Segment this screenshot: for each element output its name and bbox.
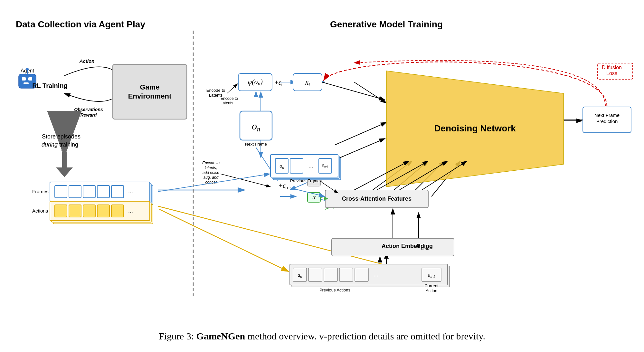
svg-text:Reward: Reward [80, 112, 97, 118]
svg-rect-93 [308, 193, 320, 202]
svg-rect-127 [339, 268, 353, 281]
svg-text:emb: emb [421, 246, 429, 251]
svg-text:during training: during training [42, 141, 78, 148]
svg-rect-57 [111, 186, 124, 198]
svg-rect-65 [83, 205, 95, 217]
svg-rect-107 [275, 158, 288, 173]
svg-text:a0: a0 [298, 272, 302, 279]
left-section-title: Data Collection via Agent Play [16, 19, 145, 29]
svg-line-16 [325, 190, 338, 200]
svg-text:o0: o0 [279, 163, 284, 170]
svg-rect-91 [308, 176, 320, 186]
svg-text:+εt: +εt [274, 78, 283, 87]
svg-text:Frames: Frames [32, 189, 49, 194]
svg-text:Next Frame: Next Frame [245, 142, 267, 147]
svg-rect-52 [50, 182, 150, 201]
svg-text:Latents: Latents [209, 93, 223, 98]
svg-line-18 [309, 196, 341, 205]
svg-text:α: α [312, 194, 316, 201]
svg-text:Loss: Loss [606, 71, 617, 76]
svg-rect-53 [55, 186, 67, 198]
svg-rect-104 [273, 157, 341, 180]
svg-line-78 [227, 84, 238, 93]
svg-rect-130 [422, 268, 441, 281]
svg-rect-63 [55, 205, 67, 217]
svg-text:Current: Current [424, 283, 439, 288]
svg-line-99 [290, 188, 325, 196]
svg-rect-106 [270, 155, 338, 177]
svg-text:Prediction: Prediction [596, 119, 618, 124]
svg-text:on: on [252, 120, 260, 133]
svg-rect-41 [28, 77, 32, 81]
svg-rect-122 [290, 264, 448, 285]
svg-rect-116 [332, 238, 454, 256]
svg-rect-40 [22, 77, 26, 81]
svg-line-8 [354, 82, 386, 103]
svg-text:...: ... [308, 162, 313, 169]
svg-rect-39 [19, 74, 36, 88]
svg-rect-60 [53, 205, 153, 224]
figure-caption: Figure 3: GameNGen method overview. v-pr… [0, 331, 644, 342]
svg-rect-108 [290, 158, 303, 173]
right-section-title: Generative Model Training [330, 19, 443, 29]
svg-rect-70 [238, 73, 272, 91]
svg-text:Next Frame: Next Frame [594, 112, 620, 118]
svg-text:...: ... [374, 271, 378, 278]
svg-rect-105 [272, 156, 339, 178]
svg-rect-126 [324, 268, 337, 281]
svg-rect-67 [111, 205, 124, 217]
svg-text:concat: concat [205, 180, 217, 185]
svg-line-20 [386, 161, 428, 196]
svg-rect-64 [69, 205, 81, 217]
svg-line-114 [340, 138, 385, 158]
svg-text:Agent: Agent [21, 68, 34, 73]
svg-text:Actions: Actions [32, 208, 48, 214]
svg-line-90 [256, 147, 278, 180]
svg-line-97 [320, 181, 338, 193]
svg-rect-110 [319, 158, 332, 173]
svg-rect-79 [240, 111, 272, 140]
svg-line-100 [354, 161, 409, 190]
svg-text:Encode to: Encode to [202, 161, 220, 165]
svg-line-22 [431, 161, 460, 196]
svg-line-88 [221, 174, 270, 187]
svg-rect-35 [113, 64, 187, 119]
svg-rect-73 [293, 73, 322, 91]
svg-line-21 [409, 161, 444, 196]
diagram-svg: Action Observations Reward Encode to Lat… [0, 0, 644, 352]
svg-text:Game: Game [140, 83, 159, 91]
svg-rect-50 [53, 185, 153, 205]
svg-text:aug. and: aug. and [204, 175, 219, 180]
svg-text:RL Training: RL Training [32, 82, 68, 89]
svg-line-5 [158, 206, 444, 280]
svg-rect-56 [97, 186, 109, 198]
svg-line-98 [320, 197, 328, 199]
svg-text:φ(on): φ(on) [248, 78, 263, 86]
svg-rect-125 [308, 268, 322, 281]
svg-rect-95 [325, 190, 428, 208]
svg-text:Action Embedding: Action Embedding [382, 243, 433, 249]
svg-line-19 [364, 161, 412, 196]
svg-line-101 [377, 161, 428, 190]
svg-text:Previous Frames: Previous Frames [290, 178, 322, 183]
svg-text:...: ... [128, 188, 133, 195]
svg-rect-61 [52, 203, 151, 222]
svg-point-44 [26, 68, 29, 71]
svg-text:Environment: Environment [128, 92, 172, 100]
svg-marker-49 [56, 167, 73, 177]
svg-text:Previous Actions: Previous Actions [319, 288, 351, 292]
main-container: Action Observations Reward Encode to Lat… [0, 0, 644, 352]
svg-rect-137 [583, 107, 631, 133]
svg-text:an-1: an-1 [428, 272, 435, 278]
svg-text:...: ... [128, 207, 133, 214]
svg-text:t: t [313, 178, 315, 185]
svg-rect-54 [69, 186, 81, 198]
svg-rect-62 [50, 201, 150, 221]
svg-text:latents,: latents, [205, 166, 217, 170]
svg-text:Action: Action [79, 58, 95, 64]
svg-rect-123 [293, 268, 307, 281]
svg-text:on-1: on-1 [322, 163, 328, 168]
svg-text:Diffusion: Diffusion [602, 65, 622, 70]
svg-line-136 [159, 209, 289, 271]
svg-rect-143 [597, 63, 633, 79]
